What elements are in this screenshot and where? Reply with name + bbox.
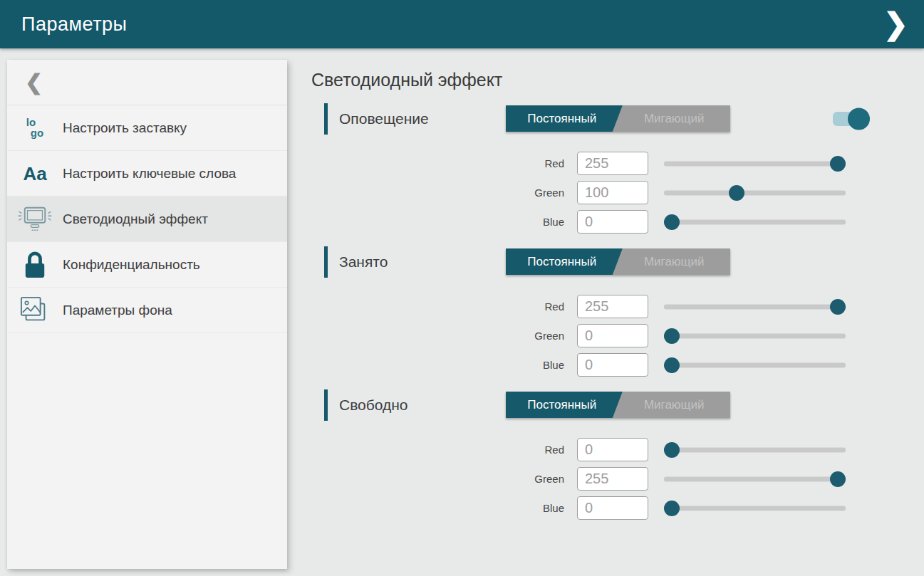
- slider-track: [664, 506, 846, 510]
- sidebar-item-label: Параметры фона: [63, 301, 177, 320]
- red-label: Red: [506, 444, 564, 456]
- background-images-icon: [7, 295, 63, 325]
- red-input[interactable]: [577, 295, 648, 318]
- main-title: Светодиодный эффект: [311, 70, 874, 90]
- page-title: Параметры: [21, 14, 127, 36]
- section-title: Свободно: [339, 397, 408, 414]
- sidebar-item-splash-screen[interactable]: logo Настроить заставку: [7, 105, 287, 151]
- rgb-rows: Red Green Blue: [506, 438, 846, 520]
- mode-option-blinking[interactable]: Мигающий: [618, 105, 731, 132]
- blue-input[interactable]: [577, 496, 648, 520]
- sidebar-item-label: Конфиденциальность: [63, 256, 204, 274]
- slider-thumb[interactable]: [664, 214, 680, 230]
- red-row: Red: [506, 152, 846, 175]
- sidebar-item-background[interactable]: Параметры фона: [7, 288, 287, 333]
- slider-thumb[interactable]: [729, 185, 744, 201]
- blue-label: Blue: [506, 216, 564, 228]
- section-accent-bar: [324, 246, 328, 278]
- green-row: Green: [506, 324, 846, 347]
- main-content: Светодиодный эффект Оповещение Постоянны…: [311, 60, 874, 525]
- back-chevron-icon[interactable]: ❮: [25, 72, 43, 93]
- blue-slider[interactable]: [664, 500, 846, 517]
- red-row: Red: [506, 295, 846, 318]
- section-title: Занято: [339, 253, 388, 271]
- slider-track: [664, 304, 846, 309]
- rgb-rows: Red Green Blue: [506, 295, 846, 377]
- keywords-icon: Aa: [7, 164, 63, 183]
- red-label: Red: [506, 157, 564, 169]
- slider-track: [664, 476, 846, 481]
- sidebar-back-row[interactable]: ❮: [7, 60, 287, 105]
- mode-toggle[interactable]: Постоянный Мигающий: [506, 392, 730, 418]
- mode-toggle[interactable]: Постоянный Мигающий: [506, 248, 730, 275]
- led-section-notification: Оповещение Постоянный Мигающий Red: [311, 103, 874, 234]
- section-accent-bar: [324, 103, 328, 135]
- blue-input[interactable]: [577, 353, 648, 377]
- mode-option-blinking[interactable]: Мигающий: [618, 392, 731, 418]
- slider-track: [664, 333, 846, 338]
- slider-thumb[interactable]: [830, 471, 846, 487]
- green-slider[interactable]: [664, 184, 846, 201]
- forward-chevron-icon[interactable]: ❯: [883, 9, 908, 39]
- red-slider[interactable]: [664, 298, 846, 315]
- slider-track: [664, 219, 846, 224]
- rgb-rows: Red Green Blue: [506, 152, 846, 234]
- section-accent-bar: [324, 389, 328, 421]
- slider-track: [664, 447, 846, 452]
- sidebar-item-keywords[interactable]: Aa Настроить ключевые слова: [7, 151, 287, 197]
- slider-track: [664, 362, 846, 367]
- slider-thumb[interactable]: [664, 501, 680, 516]
- blue-row: Blue: [506, 210, 846, 234]
- sidebar-item-label: Светодиодный эффект: [63, 210, 212, 229]
- sidebar-item-label: Настроить заставку: [63, 119, 191, 137]
- blue-slider[interactable]: [664, 214, 846, 231]
- led-section-busy: Занято Постоянный Мигающий Red Green: [311, 246, 874, 377]
- lock-icon: [7, 250, 63, 280]
- green-label: Green: [506, 330, 564, 342]
- blue-label: Blue: [506, 359, 564, 371]
- slider-thumb[interactable]: [664, 328, 680, 344]
- red-slider[interactable]: [664, 441, 846, 459]
- green-slider[interactable]: [664, 328, 846, 345]
- section-title: Оповещение: [339, 110, 429, 127]
- slider-thumb[interactable]: [830, 299, 846, 315]
- notification-enabled-switch[interactable]: [833, 112, 864, 126]
- blue-label: Blue: [506, 502, 564, 514]
- led-section-free: Свободно Постоянный Мигающий Red Green: [311, 389, 874, 520]
- green-label: Green: [506, 473, 564, 485]
- section-header: Свободно Постоянный Мигающий: [311, 389, 874, 421]
- green-input[interactable]: [577, 467, 648, 491]
- blue-row: Blue: [506, 496, 846, 520]
- mode-option-constant[interactable]: Постоянный: [506, 248, 618, 275]
- slider-thumb[interactable]: [664, 357, 680, 373]
- section-header: Оповещение Постоянный Мигающий: [311, 103, 874, 135]
- green-slider[interactable]: [664, 471, 846, 488]
- green-input[interactable]: [577, 324, 648, 347]
- sidebar-item-privacy[interactable]: Конфиденциальность: [7, 242, 287, 288]
- monitor-icon: [7, 205, 63, 234]
- slider-track: [664, 161, 846, 166]
- green-row: Green: [506, 467, 846, 491]
- blue-slider[interactable]: [664, 357, 846, 374]
- logo-icon: logo: [7, 117, 63, 138]
- mode-option-constant[interactable]: Постоянный: [506, 105, 618, 132]
- green-row: Green: [506, 181, 846, 204]
- mode-option-constant[interactable]: Постоянный: [506, 392, 618, 418]
- blue-input[interactable]: [577, 210, 648, 234]
- green-input[interactable]: [577, 181, 648, 204]
- section-header: Занято Постоянный Мигающий: [311, 246, 874, 278]
- green-label: Green: [506, 187, 564, 199]
- slider-track: [664, 190, 846, 195]
- settings-sidebar: ❮ logo Настроить заставку Aa Настроить к…: [7, 60, 287, 569]
- slider-thumb[interactable]: [830, 156, 846, 172]
- mode-toggle[interactable]: Постоянный Мигающий: [506, 105, 730, 132]
- sidebar-item-label: Настроить ключевые слова: [63, 164, 240, 183]
- red-slider[interactable]: [664, 155, 846, 172]
- sidebar-item-led-effect[interactable]: Светодиодный эффект: [7, 197, 287, 242]
- red-input[interactable]: [577, 152, 648, 175]
- red-input[interactable]: [577, 438, 648, 461]
- mode-option-blinking[interactable]: Мигающий: [618, 248, 731, 275]
- slider-thumb[interactable]: [664, 442, 680, 458]
- red-label: Red: [506, 300, 564, 313]
- red-row: Red: [506, 438, 846, 461]
